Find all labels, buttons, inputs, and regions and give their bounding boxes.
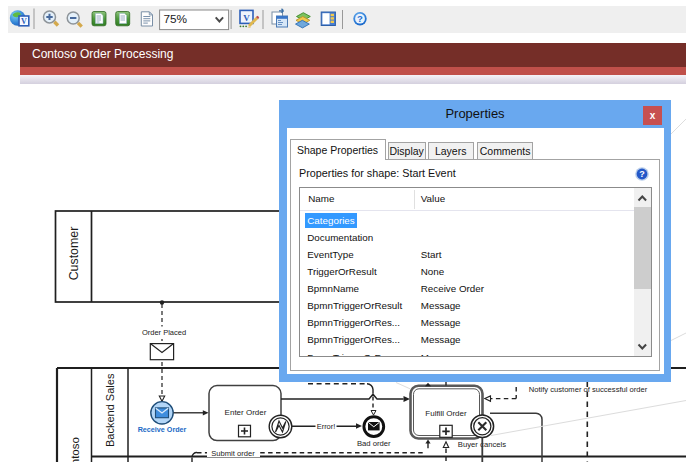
svg-text:?: ? (639, 169, 645, 179)
svg-text:Bad order: Bad order (357, 439, 391, 448)
svg-text:Fulfill Order: Fulfill Order (425, 409, 467, 418)
svg-text:Customer: Customer (67, 227, 81, 281)
svg-text:Contoso: Contoso (69, 437, 81, 462)
svg-text:Submit order: Submit order (211, 449, 255, 458)
svg-text:Error!: Error! (317, 422, 336, 431)
svg-text:Enter Order: Enter Order (225, 408, 267, 417)
svg-text:Notify customer of successful: Notify customer of successful order (529, 385, 648, 394)
svg-text:Order Placed: Order Placed (142, 328, 186, 337)
svg-text:Backend Sales: Backend Sales (105, 373, 117, 447)
svg-text:Receive Order: Receive Order (138, 425, 187, 434)
